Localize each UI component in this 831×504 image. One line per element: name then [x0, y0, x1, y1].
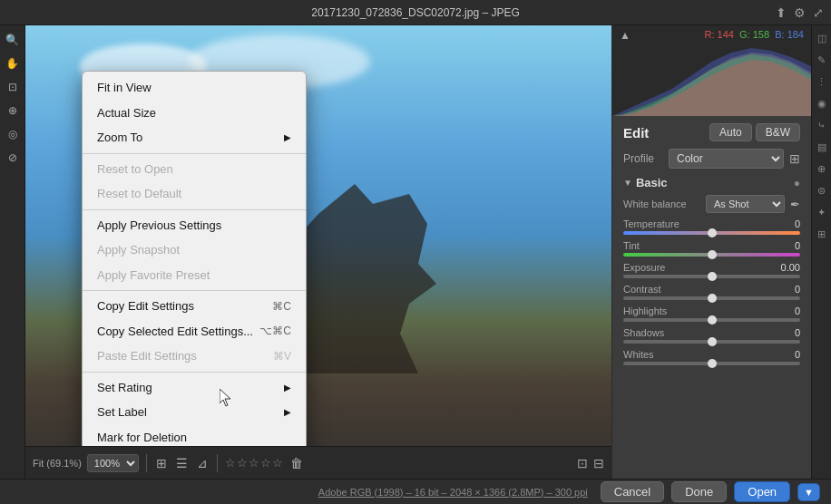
contrast-track: [623, 296, 800, 300]
crop-tool-btn[interactable]: ⊡: [2, 76, 24, 98]
histogram-b-value: B: 184: [775, 29, 804, 40]
zoom-select[interactable]: 100% 50% 200%: [87, 454, 139, 472]
menu-item-fit-in-view[interactable]: Fit in View: [83, 75, 306, 101]
geometry-panel-icon[interactable]: ⊕: [813, 160, 831, 178]
upload-icon[interactable]: ⬆: [776, 5, 787, 20]
crop-icon[interactable]: ⊡: [577, 456, 588, 470]
menu-label: Reset to Default: [97, 185, 181, 203]
color-panel-icon[interactable]: ◉: [813, 94, 831, 112]
gear-icon[interactable]: ⚙: [794, 5, 806, 20]
shadows-thumb[interactable]: [708, 337, 717, 346]
menu-item-reset-to-open[interactable]: Reset to Open: [83, 157, 306, 182]
content-row: 🔍 ✋ ⊡ ⊕ ◎ ⊘ Fit in View: [0, 25, 831, 479]
redeye-tool-btn[interactable]: ◎: [2, 123, 24, 145]
toolbar-separator-1: [146, 454, 147, 472]
menu-separator-4: [83, 372, 306, 373]
edit-panel: Edit Auto B&W Profile Color Adobe Color …: [612, 116, 811, 479]
auto-button[interactable]: Auto: [709, 123, 752, 141]
white-balance-select[interactable]: As Shot Auto Daylight Cloudy Custom: [706, 195, 785, 213]
highlights-thumb[interactable]: [708, 315, 717, 325]
menu-separator-2: [83, 209, 306, 210]
open-dropdown-arrow[interactable]: ▼: [797, 483, 820, 501]
highlights-label: Highlights: [623, 305, 667, 316]
shadows-slider-row: Shadows 0: [623, 327, 800, 344]
temperature-value: 0: [795, 218, 800, 229]
cancel-button[interactable]: Cancel: [601, 481, 664, 502]
histogram-panel-icon[interactable]: ◫: [813, 29, 831, 47]
menu-item-mark-for-deletion[interactable]: Mark for Deletion: [83, 425, 306, 447]
section-collapse-icon[interactable]: ▼: [623, 178, 632, 188]
menu-item-apply-previous-settings[interactable]: Apply Previous Settings: [83, 213, 306, 238]
title-bar-icons: ⬆ ⚙ ⤢: [776, 5, 824, 20]
menu-item-apply-snapshot[interactable]: Apply Snapshot: [83, 237, 306, 263]
contrast-value: 0: [795, 284, 800, 295]
sharpen-panel-icon[interactable]: ✦: [813, 203, 831, 221]
list-view-icon[interactable]: ☰: [174, 456, 190, 470]
exposure-track: [623, 275, 800, 278]
status-info[interactable]: Adobe RGB (1998) – 16 bit – 2048 × 1366 …: [306, 487, 601, 498]
star-4[interactable]: ☆: [260, 456, 271, 470]
bw-button[interactable]: B&W: [756, 123, 800, 141]
profile-grid-icon[interactable]: ⊞: [789, 151, 800, 166]
menu-item-copy-edit-settings[interactable]: Copy Edit Settings ⌘C: [83, 294, 306, 319]
eyedropper-icon[interactable]: ✒: [790, 198, 800, 211]
temperature-label: Temperature: [623, 218, 679, 229]
title-bar: 20171230_072836_DSC02072.jpg – JPEG ⬆ ⚙ …: [0, 0, 831, 25]
contrast-thumb[interactable]: [708, 294, 717, 303]
expand-icon[interactable]: ⤢: [813, 5, 824, 20]
edit-title: Edit: [623, 125, 649, 141]
menu-label: Fit in View: [97, 79, 152, 97]
menu-item-set-label[interactable]: Set Label ▶: [83, 400, 306, 425]
whites-slider-row: Whites 0: [623, 349, 800, 365]
zoom-tool-btn[interactable]: 🔍: [2, 29, 24, 51]
menu-item-paste-edit-settings[interactable]: Paste Edit Settings ⌘V: [83, 344, 306, 369]
open-button[interactable]: Open: [734, 481, 790, 502]
tint-thumb[interactable]: [708, 250, 717, 259]
tint-value: 0: [795, 240, 800, 251]
histogram-rgb-values: R: 144 G: 158 B: 184: [704, 29, 804, 40]
heal-tool-btn[interactable]: ⊕: [2, 100, 24, 121]
hand-tool-btn[interactable]: ✋: [2, 53, 24, 74]
star-rating: ☆ ☆ ☆ ☆ ☆: [225, 456, 283, 470]
menu-shortcut: ⌘V: [273, 348, 291, 364]
star-2[interactable]: ☆: [237, 456, 248, 470]
zoom-panel-icon[interactable]: ⊜: [813, 181, 831, 199]
done-button[interactable]: Done: [671, 481, 727, 502]
edit-panel-icon[interactable]: ✎: [813, 51, 831, 69]
detail-panel-icon[interactable]: ⋮: [813, 73, 831, 91]
menu-item-zoom-to[interactable]: Zoom To ▶: [83, 125, 306, 150]
grid-view-icon[interactable]: ⊞: [154, 456, 169, 470]
menu-item-actual-size[interactable]: Actual Size: [83, 101, 306, 126]
menu-item-reset-to-default[interactable]: Reset to Default: [83, 181, 306, 207]
tint-label: Tint: [623, 240, 640, 251]
star-5[interactable]: ☆: [272, 456, 283, 470]
histogram-g-value: G: 158: [739, 29, 769, 40]
menu-item-set-rating[interactable]: Set Rating ▶: [83, 375, 306, 401]
histogram-svg: [612, 44, 811, 116]
section-visibility-icon[interactable]: ●: [794, 177, 800, 189]
menu-label: Reset to Open: [97, 160, 173, 179]
compare-icon[interactable]: ⊟: [593, 456, 604, 470]
star-1[interactable]: ☆: [225, 456, 236, 470]
action-buttons: Cancel Done Open ▼: [601, 481, 820, 502]
menu-label: Paste Edit Settings: [97, 347, 197, 365]
toolbar-separator-2: [217, 454, 218, 472]
menu-item-copy-selected-edit-settings[interactable]: Copy Selected Edit Settings... ⌥⌘C: [83, 319, 306, 344]
grid-panel-icon[interactable]: ⊞: [813, 225, 831, 243]
context-menu: Fit in View Actual Size Zoom To ▶ Reset …: [82, 71, 307, 446]
exposure-thumb[interactable]: [708, 272, 717, 281]
delete-flag-icon[interactable]: 🗑: [288, 456, 305, 470]
highlights-track: [623, 318, 800, 322]
profile-select[interactable]: Color Adobe Color Adobe Landscape: [669, 149, 784, 169]
menu-label: Apply Favorite Preset: [97, 267, 210, 285]
menu-item-apply-favorite-preset[interactable]: Apply Favorite Preset: [83, 263, 306, 288]
filter-tool-btn[interactable]: ⊘: [2, 147, 24, 169]
menu-separator-1: [83, 153, 306, 154]
histogram-shadow-indicator[interactable]: ▲: [620, 29, 631, 42]
temperature-thumb[interactable]: [708, 228, 717, 237]
curves-panel-icon[interactable]: ⤷: [813, 116, 831, 134]
lut-panel-icon[interactable]: ▤: [813, 138, 831, 156]
star-3[interactable]: ☆: [249, 456, 259, 470]
filter-icon[interactable]: ⊿: [195, 456, 210, 470]
whites-thumb[interactable]: [708, 359, 717, 368]
